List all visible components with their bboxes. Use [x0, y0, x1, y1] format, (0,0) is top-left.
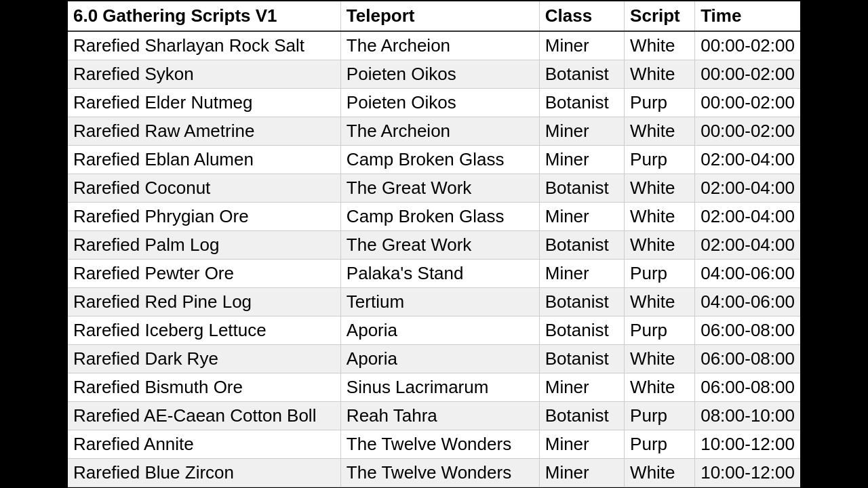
cell-time: 02:00-04:00 [695, 202, 800, 230]
cell-class: Botanist [539, 230, 624, 259]
cell-item: Rarefied Raw Ametrine [68, 117, 340, 145]
cell-time: 06:00-08:00 [695, 316, 800, 344]
cell-script: White [625, 458, 695, 487]
cell-script: Purp [625, 259, 695, 287]
table-header-row: 6.0 Gathering Scripts V1 Teleport Class … [68, 1, 800, 31]
cell-time: 00:00-02:00 [695, 88, 800, 117]
cell-class: Miner [539, 259, 624, 287]
header-time: Time [695, 1, 800, 31]
header-class: Class [539, 1, 624, 31]
table-row: Rarefied Palm LogThe Great WorkBotanistW… [68, 230, 800, 259]
cell-script: Purp [625, 430, 695, 458]
cell-time: 02:00-04:00 [695, 145, 800, 174]
cell-time: 06:00-08:00 [695, 344, 800, 373]
cell-teleport: Camp Broken Glass [340, 145, 539, 174]
cell-item: Rarefied Sykon [68, 60, 340, 88]
cell-time: 00:00-02:00 [695, 31, 800, 60]
cell-item: Rarefied Iceberg Lettuce [68, 316, 340, 344]
cell-item: Rarefied Red Pine Log [68, 287, 340, 316]
cell-teleport: The Twelve Wonders [340, 430, 539, 458]
cell-class: Botanist [539, 88, 624, 117]
cell-time: 10:00-12:00 [695, 458, 800, 487]
cell-time: 00:00-02:00 [695, 60, 800, 88]
cell-item: Rarefied Dark Rye [68, 344, 340, 373]
header-script: Script [625, 1, 695, 31]
table-row: Rarefied AnniteThe Twelve WondersMinerPu… [68, 430, 800, 458]
cell-script: White [625, 287, 695, 316]
table-row: Rarefied SykonPoieten OikosBotanistWhite… [68, 60, 800, 88]
cell-class: Miner [539, 373, 624, 401]
cell-teleport: The Great Work [340, 174, 539, 202]
cell-class: Botanist [539, 60, 624, 88]
cell-script: Purp [625, 401, 695, 430]
cell-time: 10:00-12:00 [695, 430, 800, 458]
cell-teleport: Poieten Oikos [340, 88, 539, 117]
cell-class: Miner [539, 145, 624, 174]
cell-class: Botanist [539, 401, 624, 430]
cell-class: Miner [539, 31, 624, 60]
cell-script: White [625, 174, 695, 202]
table-row: Rarefied CoconutThe Great WorkBotanistWh… [68, 174, 800, 202]
cell-class: Botanist [539, 174, 624, 202]
cell-item: Rarefied Eblan Alumen [68, 145, 340, 174]
table-row: Rarefied Pewter OrePalaka's StandMinerPu… [68, 259, 800, 287]
cell-time: 02:00-04:00 [695, 230, 800, 259]
cell-script: White [625, 344, 695, 373]
cell-item: Rarefied Pewter Ore [68, 259, 340, 287]
cell-teleport: Poieten Oikos [340, 60, 539, 88]
cell-item: Rarefied Palm Log [68, 230, 340, 259]
table-row: Rarefied Elder NutmegPoieten OikosBotani… [68, 88, 800, 117]
cell-script: White [625, 31, 695, 60]
cell-script: White [625, 60, 695, 88]
cell-item: Rarefied Phrygian Ore [68, 202, 340, 230]
cell-script: Purp [625, 88, 695, 117]
cell-item: Rarefied Blue Zircon [68, 458, 340, 487]
table-row: Rarefied Iceberg LettuceAporiaBotanistPu… [68, 316, 800, 344]
table-row: Rarefied Eblan AlumenCamp Broken GlassMi… [68, 145, 800, 174]
cell-script: White [625, 373, 695, 401]
cell-script: White [625, 202, 695, 230]
cell-teleport: Aporia [340, 344, 539, 373]
table-row: Rarefied Dark RyeAporiaBotanistWhite06:0… [68, 344, 800, 373]
cell-teleport: Reah Tahra [340, 401, 539, 430]
cell-teleport: The Twelve Wonders [340, 458, 539, 487]
table-row: Rarefied AE-Caean Cotton BollReah TahraB… [68, 401, 800, 430]
cell-class: Miner [539, 117, 624, 145]
table-row: Rarefied Blue ZirconThe Twelve WondersMi… [68, 458, 800, 487]
cell-teleport: Palaka's Stand [340, 259, 539, 287]
cell-class: Miner [539, 430, 624, 458]
cell-item: Rarefied AE-Caean Cotton Boll [68, 401, 340, 430]
cell-script: White [625, 117, 695, 145]
cell-teleport: The Archeion [340, 117, 539, 145]
cell-item: Rarefied Elder Nutmeg [68, 88, 340, 117]
table-row: Rarefied Raw AmetrineThe ArcheionMinerWh… [68, 117, 800, 145]
cell-item: Rarefied Sharlayan Rock Salt [68, 31, 340, 60]
cell-teleport: The Archeion [340, 31, 539, 60]
cell-time: 04:00-06:00 [695, 287, 800, 316]
cell-teleport: Aporia [340, 316, 539, 344]
table-row: Rarefied Phrygian OreCamp Broken GlassMi… [68, 202, 800, 230]
cell-script: Purp [625, 145, 695, 174]
cell-item: Rarefied Coconut [68, 174, 340, 202]
cell-teleport: Tertium [340, 287, 539, 316]
cell-item: Rarefied Bismuth Ore [68, 373, 340, 401]
cell-class: Botanist [539, 344, 624, 373]
cell-item: Rarefied Annite [68, 430, 340, 458]
header-item: 6.0 Gathering Scripts V1 [68, 1, 340, 31]
cell-teleport: Camp Broken Glass [340, 202, 539, 230]
cell-time: 06:00-08:00 [695, 373, 800, 401]
cell-time: 00:00-02:00 [695, 117, 800, 145]
cell-class: Miner [539, 202, 624, 230]
header-teleport: Teleport [340, 1, 539, 31]
cell-time: 08:00-10:00 [695, 401, 800, 430]
table-row: Rarefied Red Pine LogTertiumBotanistWhit… [68, 287, 800, 316]
cell-class: Miner [539, 458, 624, 487]
cell-script: White [625, 230, 695, 259]
table-row: Rarefied Bismuth OreSinus LacrimarumMine… [68, 373, 800, 401]
cell-time: 02:00-04:00 [695, 174, 800, 202]
gathering-scripts-table: 6.0 Gathering Scripts V1 Teleport Class … [68, 1, 800, 487]
table-row: Rarefied Sharlayan Rock SaltThe Archeion… [68, 31, 800, 60]
cell-teleport: Sinus Lacrimarum [340, 373, 539, 401]
cell-script: Purp [625, 316, 695, 344]
cell-class: Botanist [539, 316, 624, 344]
